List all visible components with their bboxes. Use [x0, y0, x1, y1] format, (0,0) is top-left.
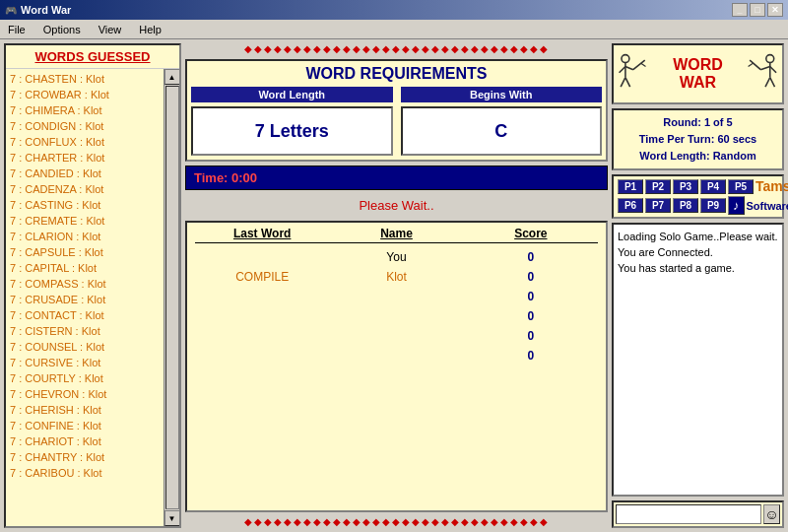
list-item: 7 : CARIBOU : Klot [10, 465, 160, 481]
word-length-label: Word Length [191, 87, 393, 102]
last-word-cell: COMPILE [195, 267, 329, 287]
list-item: 7 : COURTLY : Klot [10, 370, 160, 386]
begins-with-label: Begins With [401, 87, 603, 102]
svg-line-10 [770, 66, 776, 72]
chat-input[interactable] [616, 504, 761, 524]
timer-label: Time: 0:00 [194, 170, 257, 185]
score-cell: 0 [464, 247, 598, 267]
name-header: Name [329, 227, 463, 240]
game-info: Round: 1 of 5 Time Per Turn: 60 secs Wor… [612, 108, 784, 170]
svg-point-8 [766, 55, 774, 63]
list-item: 7 : CURSIVE : Klot [10, 355, 160, 370]
window-title: Word War [21, 4, 71, 16]
center-panel: ◆◆◆◆◆◆◆◆◆◆◆◆◆◆◆◆◆◆◆◆◆◆◆◆◆◆◆◆◆◆◆ WORD REQ… [185, 43, 608, 528]
minimize-button[interactable]: _ [732, 3, 748, 17]
svg-line-5 [625, 78, 630, 88]
word-length-info: Word Length: Random [620, 148, 776, 165]
word-length-value: 7 Letters [191, 106, 393, 156]
svg-line-13 [770, 78, 775, 88]
scroll-up-button[interactable]: ▲ [164, 69, 180, 85]
score-cell: 0 [464, 287, 598, 306]
score-table-header: Last Word Name Score [195, 227, 598, 243]
diamond-border-bottom: ◆◆◆◆◆◆◆◆◆◆◆◆◆◆◆◆◆◆◆◆◆◆◆◆◆◆◆◆◆◆◆ [185, 516, 608, 528]
p2-button[interactable]: P2 [645, 179, 671, 194]
player-tams-area: P1 P2 P3 P4 P5 Tams11 P6 P7 P8 P9 ♪ Soft… [612, 174, 784, 219]
svg-line-11 [761, 66, 771, 69]
please-wait-message: Please Wait.. [185, 194, 608, 217]
app-icon: 🎮 [5, 5, 17, 16]
svg-line-7 [641, 63, 646, 66]
stick-figure-right-icon [747, 49, 778, 99]
svg-line-2 [620, 66, 625, 72]
table-row: 0 [195, 287, 598, 306]
word-req-boxes: Word Length 7 Letters Begins With C [191, 87, 602, 156]
list-item: 7 : CONFINE : Klot [10, 418, 160, 433]
name-cell [329, 346, 463, 366]
svg-line-3 [625, 66, 633, 69]
p9-button[interactable]: P9 [700, 198, 726, 213]
list-item: 7 : CADENZA : Klot [10, 181, 160, 197]
p6-button[interactable]: P6 [618, 198, 643, 213]
score-table-section: Last Word Name Score You 0 COMPILE Klot … [185, 221, 608, 512]
p1-button[interactable]: P1 [618, 179, 643, 194]
smiley-button[interactable]: ☺ [763, 504, 780, 524]
p4-button[interactable]: P4 [700, 179, 726, 194]
last-word-cell [195, 326, 329, 346]
word-war-header: WORD WAR [612, 43, 784, 104]
word-requirements-title: WORD REQUIREMENTS [191, 65, 602, 83]
table-row: You 0 [195, 247, 598, 267]
maximize-button[interactable]: □ [750, 3, 765, 17]
list-item: 7 : COUNSEL : Klot [10, 339, 160, 355]
p7-button[interactable]: P7 [645, 198, 671, 213]
score-rows: You 0 COMPILE Klot 0 0 0 0 0 [195, 247, 598, 366]
p3-button[interactable]: P3 [673, 179, 698, 194]
table-row: 0 [195, 306, 598, 326]
music-note-button[interactable]: ♪ [728, 196, 745, 215]
name-cell [329, 326, 463, 346]
last-word-header: Last Word [195, 227, 329, 240]
list-item: 7 : CAPSULE : Klot [10, 244, 160, 260]
svg-line-4 [621, 78, 625, 88]
last-word-cell [195, 306, 329, 326]
list-item: 7 : CONFLUX : Klot [10, 134, 160, 150]
menu-view[interactable]: View [95, 23, 126, 36]
scroll-down-button[interactable]: ▼ [164, 510, 180, 526]
list-item: 7 : CHARIOT : Klot [10, 433, 160, 449]
table-row: 0 [195, 326, 598, 346]
right-panel: WORD WAR Round: 1 of 5 Time Per Turn: 60… [612, 43, 784, 528]
p8-button[interactable]: P8 [673, 198, 698, 213]
table-row: 0 [195, 346, 598, 366]
list-item: 7 : CISTERN : Klot [10, 323, 160, 339]
name-cell [329, 287, 463, 306]
menu-help[interactable]: Help [135, 23, 165, 36]
list-item: 7 : CANDIED : Klot [10, 166, 160, 181]
scrollbar[interactable]: ▲ ▼ [164, 69, 179, 526]
scroll-track[interactable] [165, 86, 179, 509]
score-cell: 0 [464, 306, 598, 326]
list-item: 7 : CHARTER : Klot [10, 150, 160, 166]
input-area: ☺ [612, 500, 784, 528]
list-item: You are Connected. [618, 244, 778, 260]
menu-bar: File Options View Help [0, 20, 788, 39]
word-requirements-section: WORD REQUIREMENTS Word Length 7 Letters … [185, 59, 608, 162]
list-item: 7 : CONDIGN : Klot [10, 118, 160, 134]
list-item: 7 : CHEVRON : Klot [10, 386, 160, 402]
player-row-2: P6 P7 P8 P9 ♪ Software [618, 196, 778, 215]
menu-options[interactable]: Options [39, 23, 85, 36]
svg-line-12 [765, 78, 770, 88]
list-item: 7 : CASTING : Klot [10, 197, 160, 213]
close-button[interactable]: ✕ [767, 3, 783, 17]
time-per-turn-info: Time Per Turn: 60 secs [620, 131, 776, 148]
tams11-label: Tams11 [755, 178, 788, 194]
name-cell: You [329, 247, 463, 267]
last-word-cell [195, 346, 329, 366]
svg-line-15 [749, 63, 754, 66]
stick-figure-left-icon [618, 49, 649, 99]
software-label: Software [747, 200, 789, 212]
title-bar: 🎮 Word War _ □ ✕ [0, 0, 788, 20]
p5-button[interactable]: P5 [728, 179, 754, 194]
score-cell: 0 [464, 267, 598, 287]
menu-file[interactable]: File [4, 23, 30, 36]
score-cell: 0 [464, 326, 598, 346]
begins-with-box: Begins With C [401, 87, 603, 156]
